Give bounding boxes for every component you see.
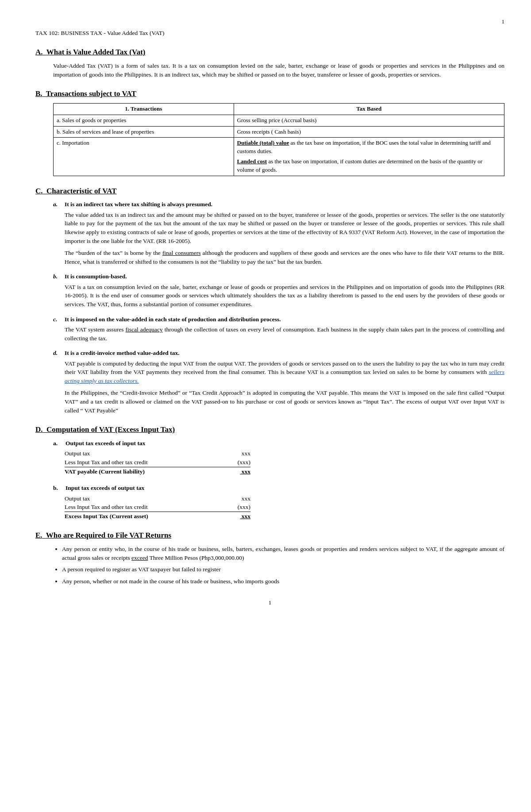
comp-b-row3: Excess Input Tax (Current asset) xxx [65,512,250,521]
section-e-title: Who are Required to File VAT Returns [46,531,171,539]
section-c-letter: C. [35,187,43,195]
landed-bold: Landed cost [237,158,267,165]
section-a-body: Value-Added Tax (VAT) is a form of sales… [53,62,504,79]
fiscal-adequacy-underline: fiscal adequacy [126,326,163,333]
char-text-b: VAT is a tax on consumption levied on th… [65,283,504,309]
comp-a-row1-amount: xxx [242,449,250,458]
comp-sub-a-label: a. Output tax exceeds of input tax [53,439,504,448]
section-d-heading: D. Computation of VAT (Excess Input Tax) [35,424,504,435]
comp-b-rows: Output tax xxx Less Input Tax and other … [65,494,504,521]
char-letter-c: c. [53,315,61,324]
transactions-table: 1. Transactions Tax Based a. Sales of go… [53,103,504,176]
comp-b-letter: b. [53,484,61,493]
char-bold-c: It is imposed on the value-added in each… [65,315,281,324]
section-d-title: Computation of VAT (Excess Input Tax) [46,425,175,434]
comp-b-row1: Output tax xxx [65,494,250,503]
comp-a-row3-amount: xxx [240,467,250,476]
char-text-d: VAT payable is computed by deducting the… [65,359,504,415]
comp-a-row1: Output tax xxx [65,449,250,458]
table-cell-taxbase-3: Dutiable (total) value as the tax base o… [234,138,504,176]
comp-a-row1-label: Output tax [65,449,90,458]
landed-rest: as the tax base on importation, if custo… [237,158,483,173]
char-b-para1: VAT is a tax on consumption levied on th… [65,283,504,309]
page-number-top: 1 [35,18,504,26]
char-item-a: a. It is an indirect tax where tax shift… [53,200,504,266]
comp-sub-b-label: b. Input tax exceeds of output tax [53,484,504,493]
char-bold-b: It is consumption-based. [65,272,127,281]
section-b: B. Transactions subject to VAT 1. Transa… [35,89,504,176]
comp-a-row2-label: Less Input Tax and other tax credit [65,458,148,467]
e-bullet-list: Any person or entity who, in the course … [62,545,504,585]
table-cell-taxbase-2: Gross receipts ( Cash basis) [234,126,504,138]
char-item-d-label: d. It is a credit-invoice method value-a… [53,349,504,358]
doc-title: TAX 102: BUSINESS TAX - Value Added Tax … [35,29,504,38]
e-bullet-2: A person required to register as VAT tax… [62,565,504,574]
section-d: D. Computation of VAT (Excess Input Tax)… [35,424,504,520]
comp-sub-b: b. Input tax exceeds of output tax Outpu… [53,484,504,520]
char-item-a-label: a. It is an indirect tax where tax shift… [53,200,504,209]
char-item-c-label: c. It is imposed on the value-added in e… [53,315,504,324]
char-item-b: b. It is consumption-based. VAT is a tax… [53,272,504,308]
char-d-para1: VAT payable is computed by deducting the… [65,359,504,385]
section-a: A. What is Value Added Tax (Vat) Value-A… [35,47,504,79]
sellers-italic-link: sellers acting simply as tax collectors. [65,369,504,384]
char-letter-a: a. [53,200,61,209]
table-cell-transaction-1: a. Sales of goods or properties [54,115,234,126]
final-consumers-underline: final consumers [162,250,201,256]
section-c: C. Characteristic of VAT a. It is an ind… [35,186,504,415]
dutiable-bold: Dutiable (total) value [237,139,289,146]
e-bullet-1: Any person or entity who, in the course … [62,545,504,562]
comp-b-row1-amount: xxx [242,494,250,503]
section-b-title: Transactions subject to VAT [46,89,136,98]
exceed-underline: exceed [131,554,148,561]
comp-b-row3-label: Excess Input Tax (Current asset) [65,512,148,521]
section-a-title: What is Value Added Tax (Vat) [46,48,146,56]
comp-b-row3-amount: xxx [240,512,250,521]
table-row: b. Sales of services and lease of proper… [54,126,504,138]
table-row: a. Sales of goods or properties Gross se… [54,115,504,126]
comp-b-title: Input tax exceeds of output tax [65,484,144,493]
e-bullet-3: Any person, whether or not made in the c… [62,577,504,586]
comp-b-row2: Less Input Tax and other tax credit (xxx… [65,503,250,512]
section-c-title: Characteristic of VAT [46,187,117,195]
char-text-a: The value added tax is an indirect tax a… [65,211,504,266]
section-e-letter: E. [35,531,42,539]
char-item-b-label: b. It is consumption-based. [53,272,504,281]
char-bold-d: It is a credit-invoice method value-adde… [65,349,180,358]
table-cell-transaction-2: b. Sales of services and lease of proper… [54,126,234,138]
char-c-para1: The VAT system assures fiscal adequacy t… [65,325,504,343]
char-d-para2: In the Philippines, the “Credit-Invoice … [65,389,504,415]
comp-a-letter: a. [53,439,61,448]
comp-b-row2-amount: (xxx) [238,503,250,512]
char-bold-a: It is an indirect tax where tax shifting… [65,200,212,209]
char-a-para1: The value added tax is an indirect tax a… [65,211,504,245]
section-b-heading: B. Transactions subject to VAT [35,89,504,100]
comp-a-row2: Less Input Tax and other tax credit (xxx… [65,458,250,467]
table-col2-header: Tax Based [234,103,504,115]
section-a-heading: A. What is Value Added Tax (Vat) [35,47,504,58]
section-b-letter: B. [35,89,42,98]
char-letter-b: b. [53,272,61,281]
comp-a-row3-label: VAT payable (Current liability) [65,467,145,476]
section-e-heading: E. Who are Required to File VAT Returns [35,530,504,541]
comp-b-row2-label: Less Input Tax and other tax credit [65,503,148,512]
char-item-c: c. It is imposed on the value-added in e… [53,315,504,343]
char-a-para2: The “burden of the tax” is borne by the … [65,249,504,266]
comp-sub-a: a. Output tax exceeds of input tax Outpu… [53,439,504,476]
table-cell-taxbase-1: Gross selling price (Accrual basis) [234,115,504,126]
page-number-bottom: 1 [35,599,504,607]
char-item-d: d. It is a credit-invoice method value-a… [53,349,504,415]
char-text-c: The VAT system assures fiscal adequacy t… [65,325,504,343]
table-col1-header: 1. Transactions [54,103,234,115]
section-e: E. Who are Required to File VAT Returns … [35,530,504,585]
comp-a-row3: VAT payable (Current liability) xxx [65,467,250,476]
table-row: c. Importation Dutiable (total) value as… [54,138,504,176]
table-cell-transaction-3: c. Importation [54,138,234,176]
comp-a-rows: Output tax xxx Less Input Tax and other … [65,449,504,476]
section-c-heading: C. Characteristic of VAT [35,186,504,197]
section-d-letter: D. [35,425,43,434]
char-letter-d: d. [53,349,61,358]
comp-b-row1-label: Output tax [65,494,90,503]
section-a-letter: A. [35,48,43,56]
comp-a-row2-amount: (xxx) [238,458,250,467]
